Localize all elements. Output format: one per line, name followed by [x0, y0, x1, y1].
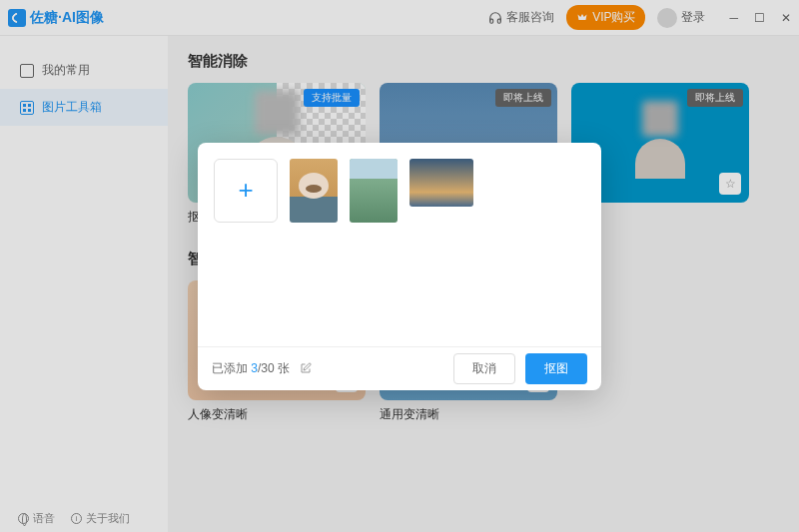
image-count: 已添加 3/30 张: [212, 360, 290, 377]
edit-icon[interactable]: [300, 362, 312, 374]
confirm-button[interactable]: 抠图: [525, 353, 587, 384]
image-thumbnail[interactable]: [409, 159, 473, 207]
plus-icon: +: [238, 175, 253, 206]
modal-overlay[interactable]: + 已添加 3/30 张 取消 抠图: [0, 0, 799, 532]
upload-modal: + 已添加 3/30 张 取消 抠图: [198, 143, 601, 390]
image-thumbnail[interactable]: [350, 159, 398, 223]
image-thumbnail[interactable]: [290, 159, 338, 223]
add-image-button[interactable]: +: [214, 159, 278, 223]
cancel-button[interactable]: 取消: [453, 353, 515, 384]
